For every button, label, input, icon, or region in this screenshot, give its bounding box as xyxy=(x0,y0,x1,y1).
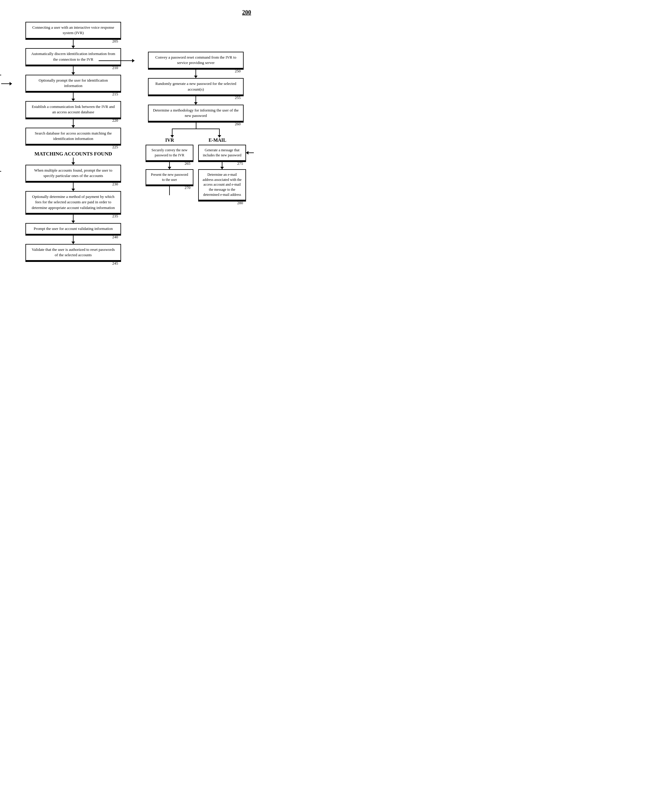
step-225-number: 225 xyxy=(112,144,118,150)
arrow-235-240 xyxy=(73,215,73,223)
step-225-box: Search database for access accounts matc… xyxy=(26,128,121,145)
ivr-email-branch xyxy=(148,123,244,137)
arrow-matching-230 xyxy=(73,158,73,165)
step-230-number: 230 xyxy=(112,182,118,187)
step-215-box: Optionally prompt the user for identific… xyxy=(26,75,121,93)
step-215-number: 215 xyxy=(112,91,118,97)
arrow-255-260 xyxy=(195,96,196,105)
step-250-wrapper: Convey a password reset command from the… xyxy=(134,52,257,70)
step-250-label: Convey a password reset command from the… xyxy=(155,55,236,65)
step-255-label: Randomly generate a new password for the… xyxy=(155,81,236,91)
step-230-label: When multiple accounts found, prompt the… xyxy=(34,168,112,178)
step-220-number: 220 xyxy=(112,118,118,123)
step-280-box: Determine an e-mail address associated w… xyxy=(198,169,246,201)
step-270-label: Present the new password to the user xyxy=(151,172,188,182)
step-240-wrapper: Prompt the user for account validating i… xyxy=(12,223,134,236)
step-235-wrapper: Optionally determine a method of payment… xyxy=(12,191,134,215)
arrow-220-225 xyxy=(73,119,73,128)
step-210-label: Automatically discern identification inf… xyxy=(31,51,115,61)
ivr-branch: Securely convey the new password to the … xyxy=(145,145,193,201)
main-container: Connecting a user with an interactive vo… xyxy=(12,22,257,262)
step-275-label: Generate a message that includes the new… xyxy=(203,148,241,157)
no-matching-bracket xyxy=(0,75,1,172)
step-210-wrapper: Automatically discern identification inf… xyxy=(12,48,134,66)
arrow-270-merge xyxy=(169,186,170,195)
arrow-270-to-275 xyxy=(246,152,254,153)
ivr-email-labels: IVR E-MAIL xyxy=(148,137,244,143)
arrow-245-250 xyxy=(99,61,134,61)
step-215-label: Optionally prompt the user for identific… xyxy=(38,78,108,88)
step-210-box: Automatically discern identification inf… xyxy=(26,48,121,66)
step-225-label: Search database for access accounts matc… xyxy=(35,131,112,141)
step-245-number: 245 xyxy=(112,261,118,266)
step-230-box: When multiple accounts found, prompt the… xyxy=(26,165,121,183)
step-230-wrapper: When multiple accounts found, prompt the… xyxy=(12,165,134,183)
step-235-number: 235 xyxy=(112,214,118,219)
step-245-box: Validate that the user is authorized to … xyxy=(26,244,121,262)
step-275-number: 275 xyxy=(237,161,243,166)
step-270-box: Present the new password to the user 270 xyxy=(145,169,193,187)
matching-accounts-label: MATCHING ACCOUNTS FOUND xyxy=(34,151,112,157)
step-205-number: 205 xyxy=(112,38,118,44)
right-column: Convey a password reset command from the… xyxy=(134,52,257,262)
step-260-wrapper: Determine a methodology for informing th… xyxy=(134,105,257,123)
step-275-box: Generate a message that includes the new… xyxy=(198,145,246,162)
arrow-250-255 xyxy=(195,70,196,78)
step-235-box: Optionally determine a method of payment… xyxy=(26,191,121,215)
arrow-275-280 xyxy=(222,162,222,169)
step-205-box: Connecting a user with an interactive vo… xyxy=(26,22,121,40)
arrow-210-215 xyxy=(73,66,73,75)
step-240-label: Prompt the user for account validating i… xyxy=(34,226,113,231)
step-245-wrapper: Validate that the user is authorized to … xyxy=(12,244,134,262)
no-matching-arrow-right xyxy=(1,83,12,84)
step-240-number: 240 xyxy=(112,235,118,240)
step-210-number: 210 xyxy=(112,65,118,70)
step-220-wrapper: Establish a communication link between t… xyxy=(12,101,134,119)
branch-boxes: Securely convey the new password to the … xyxy=(142,145,250,201)
arrow-240-245 xyxy=(73,236,73,244)
step-280-label: Determine an e-mail address associated w… xyxy=(203,172,241,197)
step-240-box: Prompt the user for account validating i… xyxy=(26,223,121,236)
step-250-box: Convey a password reset command from the… xyxy=(148,52,244,70)
arrow-205-210 xyxy=(73,40,73,48)
step-280-number: 280 xyxy=(237,200,243,206)
step-260-label: Determine a methodology for informing th… xyxy=(153,108,239,118)
step-265-box: Securely convey the new password to the … xyxy=(145,145,193,162)
left-column: Connecting a user with an interactive vo… xyxy=(12,22,134,262)
step-220-label: Establish a communication link between t… xyxy=(32,104,115,114)
step-245-label: Validate that the user is authorized to … xyxy=(32,247,115,257)
step-255-number: 255 xyxy=(235,95,241,101)
email-label: E-MAIL xyxy=(209,137,227,143)
step-225-wrapper: Search database for access accounts matc… xyxy=(12,128,134,145)
step-250-number: 250 xyxy=(235,69,241,74)
step-205-label: Connecting a user with an interactive vo… xyxy=(32,25,114,35)
step-235-label: Optionally determine a method of payment… xyxy=(32,194,115,209)
arrow-265-270 xyxy=(169,162,170,169)
step-220-box: Establish a communication link between t… xyxy=(26,101,121,119)
step-205-wrapper: Connecting a user with an interactive vo… xyxy=(12,22,134,40)
step-270-number: 270 xyxy=(185,185,191,190)
step-265-number: 265 xyxy=(185,161,191,166)
step-265-label: Securely convey the new password to the … xyxy=(152,148,187,157)
step-215-wrapper: NO MATCHING ACCOUNT Optionally prompt th… xyxy=(12,75,134,93)
step-255-box: Randomly generate a new password for the… xyxy=(148,78,244,96)
arrow-230-235 xyxy=(73,183,73,191)
ivr-label: IVR xyxy=(165,137,174,143)
step-260-box: Determine a methodology for informing th… xyxy=(148,105,244,123)
diagram-title: 200 xyxy=(12,9,257,16)
email-branch: Generate a message that includes the new… xyxy=(198,145,246,201)
arrow-215-220 xyxy=(73,93,73,101)
step-255-wrapper: Randomly generate a new password for the… xyxy=(134,78,257,96)
